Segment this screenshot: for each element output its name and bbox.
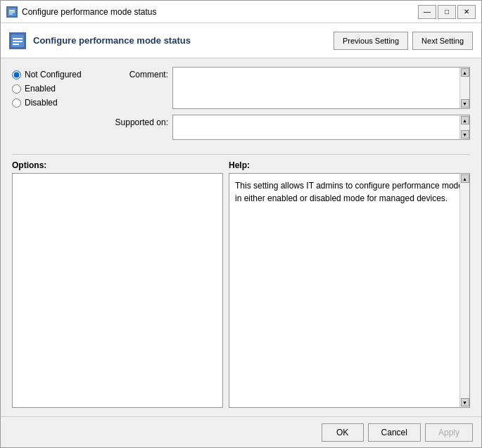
main-window: Configure performance mode status — □ ✕ … bbox=[0, 0, 482, 448]
comment-textarea[interactable] bbox=[173, 68, 469, 108]
help-text: This setting allows IT admins to configu… bbox=[229, 174, 469, 210]
title-bar: Configure performance mode status — □ ✕ bbox=[1, 1, 481, 23]
help-scrollbar[interactable]: ▲ ▼ bbox=[459, 174, 469, 407]
radio-panel: Not Configured Enabled Disabled bbox=[12, 67, 96, 140]
scroll-down-arrow[interactable]: ▼ bbox=[461, 99, 469, 108]
scroll-up-arrow[interactable]: ▲ bbox=[461, 68, 469, 77]
fields-panel: Comment: ▲ ▼ Supported on: ▲ bbox=[105, 67, 470, 140]
options-box bbox=[12, 173, 223, 408]
next-setting-button[interactable]: Next Setting bbox=[412, 32, 473, 50]
disabled-label: Disabled bbox=[25, 98, 58, 108]
svg-rect-6 bbox=[13, 41, 23, 42]
supported-on-box: ▲ ▼ bbox=[172, 115, 470, 140]
previous-setting-button[interactable]: Previous Setting bbox=[334, 32, 408, 50]
supported-on-row: Supported on: ▲ ▼ bbox=[105, 115, 470, 140]
header-icon bbox=[9, 32, 26, 49]
svg-rect-7 bbox=[13, 44, 19, 45]
content-area: Not Configured Enabled Disabled Comment: bbox=[1, 58, 481, 416]
enabled-radio[interactable]: Enabled bbox=[12, 84, 96, 94]
not-configured-radio[interactable]: Not Configured bbox=[12, 70, 96, 79]
enabled-label: Enabled bbox=[25, 84, 56, 94]
comment-scrollbar[interactable]: ▲ ▼ bbox=[459, 68, 469, 108]
svg-rect-5 bbox=[13, 38, 23, 39]
help-scroll-down[interactable]: ▼ bbox=[461, 398, 469, 407]
divider bbox=[12, 154, 470, 155]
ok-button[interactable]: OK bbox=[322, 423, 364, 442]
svg-rect-3 bbox=[9, 13, 13, 15]
nav-buttons: Previous Setting Next Setting bbox=[334, 32, 473, 50]
supported-scrollbar[interactable]: ▲ ▼ bbox=[459, 115, 469, 139]
not-configured-label: Not Configured bbox=[25, 70, 82, 79]
apply-button[interactable]: Apply bbox=[425, 423, 473, 442]
comment-textarea-wrap: ▲ ▼ bbox=[172, 67, 470, 109]
close-button[interactable]: ✕ bbox=[457, 5, 476, 19]
help-header: Help: bbox=[229, 160, 470, 170]
maximize-button[interactable]: □ bbox=[438, 5, 456, 19]
help-box: This setting allows IT admins to configu… bbox=[229, 173, 470, 408]
svg-rect-1 bbox=[9, 10, 15, 11]
header-bar: Configure performance mode status Previo… bbox=[1, 23, 481, 58]
footer: OK Cancel Apply bbox=[1, 416, 481, 447]
help-panel: Help: This setting allows IT admins to c… bbox=[229, 160, 470, 408]
disabled-radio[interactable]: Disabled bbox=[12, 98, 96, 108]
window-icon bbox=[6, 6, 18, 18]
cancel-button[interactable]: Cancel bbox=[368, 423, 421, 442]
minimize-button[interactable]: — bbox=[418, 5, 436, 19]
window-controls: — □ ✕ bbox=[418, 5, 476, 19]
help-scroll-up[interactable]: ▲ bbox=[461, 174, 469, 183]
window-title: Configure performance mode status bbox=[22, 7, 418, 17]
header-title: Configure performance mode status bbox=[33, 35, 334, 46]
top-section: Not Configured Enabled Disabled Comment: bbox=[12, 67, 470, 140]
comment-row: Comment: ▲ ▼ bbox=[105, 67, 470, 109]
supported-scroll-down[interactable]: ▼ bbox=[461, 130, 469, 139]
options-header: Options: bbox=[12, 160, 223, 170]
panels-row: Options: Help: This setting allows IT ad… bbox=[12, 160, 470, 408]
comment-label: Comment: bbox=[105, 67, 168, 79]
options-panel: Options: bbox=[12, 160, 223, 408]
svg-rect-2 bbox=[9, 11, 15, 13]
supported-scroll-up[interactable]: ▲ bbox=[461, 116, 469, 124]
supported-on-label: Supported on: bbox=[105, 115, 168, 127]
